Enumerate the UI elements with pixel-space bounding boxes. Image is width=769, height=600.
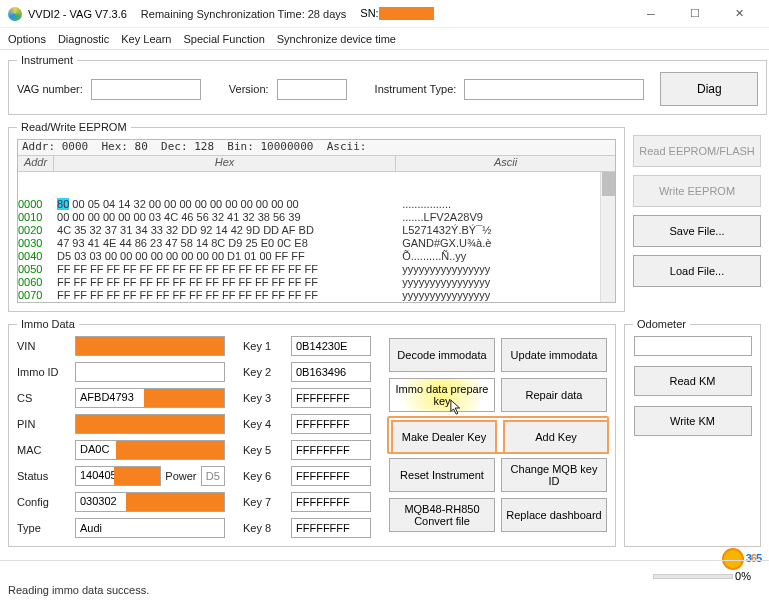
key1-label: Key 1 xyxy=(243,340,285,352)
replace-dashboard-button[interactable]: Replace dashboard xyxy=(501,498,607,532)
eeprom-group: Read/Write EEPROM Addr: 0000 Hex: 80 Dec… xyxy=(8,121,625,312)
key3-label: Key 3 xyxy=(243,392,285,404)
load-file-button[interactable]: Load File... xyxy=(633,255,761,287)
write-km-button[interactable]: Write KM xyxy=(634,406,752,436)
key3-value: FFFFFFFF xyxy=(291,388,371,408)
status-bar: Reading immo data success. xyxy=(0,560,769,600)
mqb48-convert-button[interactable]: MQB48-RH850 Convert file xyxy=(389,498,495,532)
mac-label: MAC xyxy=(17,444,69,456)
instrument-group: Instrument VAG number: Version: Instrume… xyxy=(8,54,767,115)
immo-group: Immo Data VIN Immo ID CS AFBD4793 PIN MA… xyxy=(8,318,616,547)
key2-label: Key 2 xyxy=(243,366,285,378)
key6-label: Key 6 xyxy=(243,470,285,482)
menu-synchronize[interactable]: Synchronize device time xyxy=(277,33,396,45)
eeprom-legend: Read/Write EEPROM xyxy=(17,121,131,133)
power-value: D5 xyxy=(201,466,225,486)
immoid-label: Immo ID xyxy=(17,366,69,378)
pin-label: PIN xyxy=(17,418,69,430)
read-eeprom-button[interactable]: Read EEPROM/FLASH xyxy=(633,135,761,167)
key5-label: Key 5 xyxy=(243,444,285,456)
hex-row[interactable]: 0070 FF FF FF FF FF FF FF FF FF FF FF FF… xyxy=(18,289,615,302)
minimize-button[interactable]: ─ xyxy=(629,0,673,28)
window-title: VVDI2 - VAG V7.3.6 xyxy=(28,8,127,20)
odometer-group: Odometer Read KM Write KM xyxy=(624,318,761,547)
make-dealer-key-button[interactable]: Make Dealer Key xyxy=(391,420,497,454)
key6-value: FFFFFFFF xyxy=(291,466,371,486)
key5-value: FFFFFFFF xyxy=(291,440,371,460)
immo-prepare-key-button[interactable]: Immo data prepare key xyxy=(389,378,495,412)
serial-number-label: SN: xyxy=(360,7,433,21)
key1-value: 0B14230E xyxy=(291,336,371,356)
config-value: 030302 xyxy=(75,492,225,512)
repair-data-button[interactable]: Repair data xyxy=(501,378,607,412)
change-mqb-key-id-button[interactable]: Change MQB key ID xyxy=(501,458,607,492)
odometer-legend: Odometer xyxy=(633,318,690,330)
save-file-button[interactable]: Save File... xyxy=(633,215,761,247)
version-label: Version: xyxy=(229,83,269,95)
instrument-type-label: Instrument Type: xyxy=(375,83,457,95)
mac-value: DA0C xyxy=(75,440,225,460)
key8-value: FFFFFFFF xyxy=(291,518,371,538)
key4-value: FFFFFFFF xyxy=(291,414,371,434)
cs-value: AFBD4793 xyxy=(75,388,225,408)
key4-label: Key 4 xyxy=(243,418,285,430)
hex-row[interactable]: 0020 4C 35 32 37 31 34 33 32 DD 92 14 42… xyxy=(18,224,615,237)
key7-value: FFFFFFFF xyxy=(291,492,371,512)
key8-label: Key 8 xyxy=(243,522,285,534)
hex-scrollbar[interactable] xyxy=(600,172,615,302)
key2-value: 0B163496 xyxy=(291,362,371,382)
menu-special-function[interactable]: Special Function xyxy=(183,33,264,45)
sync-time-label: Remaining Synchronization Time: 28 days xyxy=(141,8,346,20)
window-titlebar: VVDI2 - VAG V7.3.6 Remaining Synchroniza… xyxy=(0,0,769,28)
key7-label: Key 7 xyxy=(243,496,285,508)
status-label: Status xyxy=(17,470,69,482)
diag-button[interactable]: Diag xyxy=(660,72,758,106)
menu-diagnostic[interactable]: Diagnostic xyxy=(58,33,109,45)
type-label: Type xyxy=(17,522,69,534)
hex-row[interactable]: 0010 00 00 00 00 00 00 03 4C 46 56 32 41… xyxy=(18,211,615,224)
version-input[interactable] xyxy=(277,79,347,100)
instrument-legend: Instrument xyxy=(17,54,77,66)
config-label: Config xyxy=(17,496,69,508)
hex-col-ascii: Ascii xyxy=(396,156,615,171)
pin-value xyxy=(75,414,225,434)
status-message: Reading immo data success. xyxy=(8,584,149,596)
maximize-button[interactable]: ☐ xyxy=(673,0,717,28)
vag-number-label: VAG number: xyxy=(17,83,83,95)
type-value: Audi xyxy=(75,518,225,538)
reset-instrument-button[interactable]: Reset Instrument xyxy=(389,458,495,492)
vin-label: VIN xyxy=(17,340,69,352)
immo-legend: Immo Data xyxy=(17,318,79,330)
status-row: 140405 Power D5 xyxy=(75,466,225,486)
serial-number-masked xyxy=(379,7,434,20)
write-eeprom-button[interactable]: Write EEPROM xyxy=(633,175,761,207)
instrument-type-input[interactable] xyxy=(464,79,644,100)
hex-row[interactable]: 0000 80 00 05 04 14 32 00 00 00 00 00 00… xyxy=(18,198,615,211)
menubar: Options Diagnostic Key Learn Special Fun… xyxy=(0,28,769,50)
vin-value xyxy=(75,336,225,356)
cs-label: CS xyxy=(17,392,69,404)
app-logo-icon xyxy=(8,7,22,21)
hex-viewer[interactable]: Addr: 0000 Hex: 80 Dec: 128 Bin: 1000000… xyxy=(17,139,616,303)
add-key-button[interactable]: Add Key xyxy=(503,420,609,454)
hex-info-line: Addr: 0000 Hex: 80 Dec: 128 Bin: 1000000… xyxy=(18,140,615,156)
hex-col-addr: Addr xyxy=(18,156,54,171)
menu-key-learn[interactable]: Key Learn xyxy=(121,33,171,45)
update-immodata-button[interactable]: Update immodata xyxy=(501,338,607,372)
decode-immodata-button[interactable]: Decode immodata xyxy=(389,338,495,372)
hex-row[interactable]: 0030 47 93 41 4E 44 86 23 47 58 14 8C D9… xyxy=(18,237,615,250)
read-km-button[interactable]: Read KM xyxy=(634,366,752,396)
hex-row[interactable]: 0050 FF FF FF FF FF FF FF FF FF FF FF FF… xyxy=(18,263,615,276)
hex-row[interactable]: 0060 FF FF FF FF FF FF FF FF FF FF FF FF… xyxy=(18,276,615,289)
odometer-value[interactable] xyxy=(634,336,752,356)
close-button[interactable]: ✕ xyxy=(717,0,761,28)
immoid-value xyxy=(75,362,225,382)
menu-options[interactable]: Options xyxy=(8,33,46,45)
hex-row[interactable]: 0040 D5 03 03 00 00 00 00 00 00 00 00 D1… xyxy=(18,250,615,263)
vag-number-input[interactable] xyxy=(91,79,201,100)
hex-col-hex: Hex xyxy=(54,156,396,171)
